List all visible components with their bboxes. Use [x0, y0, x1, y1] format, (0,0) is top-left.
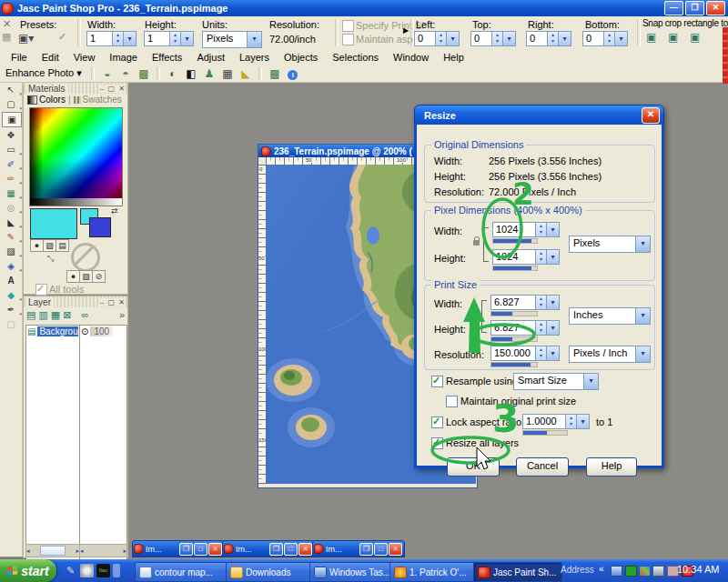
menu-image[interactable]: Image: [102, 51, 145, 64]
quicklaunch-cd-icon[interactable]: [80, 564, 94, 577]
print-units-combo[interactable]: Inches▾: [569, 307, 651, 325]
menu-view[interactable]: View: [66, 51, 103, 64]
start-button[interactable]: start: [0, 559, 56, 582]
foreground-color-swatch[interactable]: [30, 208, 77, 239]
layer-name-scrollbar[interactable]: ◂▸: [25, 544, 80, 557]
color-replacer-tool[interactable]: ✏▾: [2, 172, 20, 186]
print-resolution-spin[interactable]: 150.000▴▾▾: [490, 346, 560, 361]
apply-check-icon[interactable]: ✓: [58, 31, 66, 43]
grayscale-strip[interactable]: [29, 198, 123, 206]
quicklaunch-more-icon[interactable]: [113, 564, 120, 577]
pixel-units-combo[interactable]: Pixels▾: [569, 236, 651, 253]
minimized-window-2[interactable]: Im... ❐ □ ✕: [222, 540, 315, 557]
resize-all-layers-checkbox[interactable]: [431, 437, 443, 449]
crop-tool[interactable]: ▣: [2, 112, 22, 127]
dropper-tool[interactable]: ✐▾: [2, 157, 20, 171]
saturation-icon[interactable]: ♟: [201, 66, 217, 81]
tray-green-app-icon[interactable]: [625, 566, 637, 577]
quicklaunch-brush-icon[interactable]: ✎: [64, 564, 77, 577]
swap-styles-icon[interactable]: ⤡: [47, 254, 54, 264]
quicklaunch-flac-icon[interactable]: flac: [96, 564, 110, 577]
toolbar-close-icon[interactable]: ✕: [3, 18, 11, 30]
pixel-height-spin[interactable]: 1024▴▾▾: [492, 249, 560, 265]
cancel-button[interactable]: Cancel: [516, 457, 569, 477]
resample-checkbox[interactable]: [431, 376, 443, 387]
bg-style-null-button[interactable]: ⊘: [92, 270, 106, 283]
new-layer-icon[interactable]: ▤: [26, 309, 35, 321]
swatches-tab[interactable]: Swatches: [83, 95, 122, 105]
maintain-aspect-checkbox[interactable]: [342, 34, 354, 45]
auto-balance-icon[interactable]: ◓: [117, 66, 134, 81]
object-selector-tool[interactable]: ▢: [2, 317, 20, 331]
enhance-photo-button[interactable]: Enhance Photo ▾: [0, 67, 87, 79]
eraser-tool[interactable]: ▨▾: [2, 245, 20, 258]
resize-dialog-close-button[interactable]: ✕: [642, 107, 660, 124]
fg-style-gradient-button[interactable]: ▨: [43, 239, 56, 252]
lens-tool[interactable]: ◎▾: [2, 201, 20, 215]
one-step-fix-icon[interactable]: ◒: [99, 66, 116, 81]
tray-color-app-icon[interactable]: [640, 567, 650, 576]
print-width-spin[interactable]: 6.827▴▾▾: [490, 295, 560, 310]
maximize-icon[interactable]: □: [374, 543, 388, 556]
bg-style-color-button[interactable]: ●: [66, 270, 80, 283]
maximize-icon[interactable]: □: [194, 543, 207, 556]
capture-tool[interactable]: ▦▾: [2, 186, 20, 200]
menu-selections[interactable]: Selections: [325, 51, 386, 64]
layer-visibility-icon[interactable]: ⊙: [81, 326, 88, 336]
materials-window-buttons[interactable]: – ▢ ✕: [100, 85, 126, 93]
menu-edit[interactable]: Edit: [35, 51, 66, 64]
specify-print-checkbox[interactable]: [342, 20, 354, 32]
layer-props-row[interactable]: ⊙ 100: [80, 326, 126, 337]
snap-canvas-icon[interactable]: ▣: [668, 31, 678, 44]
resample-combo[interactable]: Smart Size▾: [513, 373, 599, 390]
contrast-tool[interactable]: ◣▾: [2, 216, 20, 229]
print-height-spin[interactable]: 6.827▴▾▾: [490, 320, 560, 336]
ok-button[interactable]: OK: [447, 457, 500, 477]
brush-tool[interactable]: ✎▾: [2, 230, 20, 244]
restore-button[interactable]: ❐: [685, 1, 704, 15]
menu-layers[interactable]: Layers: [232, 51, 277, 64]
move-tool[interactable]: ✥: [2, 128, 20, 142]
address-toolbar-label[interactable]: Address: [561, 565, 594, 575]
restore-icon[interactable]: ❐: [269, 543, 283, 556]
delete-layer-icon[interactable]: ▦: [51, 309, 60, 321]
restore-icon[interactable]: ❐: [179, 543, 193, 556]
color-picker-map[interactable]: [29, 107, 123, 200]
lock-aspect-checkbox[interactable]: [431, 416, 443, 428]
presets-icon[interactable]: ▣▾: [18, 32, 34, 45]
menu-objects[interactable]: Objects: [277, 51, 325, 64]
close-icon[interactable]: ✕: [389, 543, 402, 556]
taskbar-button-patrick[interactable]: 1. Patrick O'...: [389, 562, 479, 582]
right-spin[interactable]: 0▴▾▾: [526, 31, 571, 46]
new-mask-icon[interactable]: ▥: [38, 309, 47, 321]
tray-display-icon[interactable]: [611, 566, 622, 577]
maximize-icon[interactable]: □: [284, 543, 298, 556]
help-button[interactable]: Help: [586, 457, 637, 477]
preset-shape-tool[interactable]: ◆▾: [2, 288, 20, 302]
all-tools-checkbox[interactable]: [35, 284, 47, 296]
pixel-width-spin[interactable]: 1024▴▾▾: [492, 222, 560, 237]
layer-header[interactable]: Layer – ▢ ✕: [24, 296, 127, 307]
snap-merged-icon[interactable]: ▣: [690, 31, 700, 44]
lock-aspect-spin[interactable]: 1.0000▴▾▾: [522, 414, 590, 429]
close-icon[interactable]: ✕: [298, 543, 312, 556]
backlight-icon[interactable]: ◐: [165, 66, 181, 81]
snap-layer-icon[interactable]: ▣: [646, 31, 656, 44]
menu-file[interactable]: File: [4, 51, 35, 64]
restore-icon[interactable]: ❐: [359, 543, 373, 556]
minimized-window-3[interactable]: Im... ❐ □ ✕: [312, 540, 405, 557]
taskbar-button-downloads[interactable]: Downloads: [226, 562, 315, 582]
layer-props-scrollbar[interactable]: ◂▸: [79, 544, 127, 557]
maintain-print-checkbox[interactable]: [446, 396, 458, 407]
ramp-icon[interactable]: ◣: [238, 66, 254, 81]
swap-colors-icon[interactable]: ⇄: [111, 206, 118, 216]
left-spin[interactable]: 0▴▾▾: [414, 31, 460, 46]
materials-header[interactable]: Materials – ▢ ✕: [24, 83, 127, 94]
pan-tool[interactable]: ↖▾: [2, 83, 20, 96]
menu-help[interactable]: Help: [436, 51, 471, 64]
print-resolution-units-combo[interactable]: Pixels / Inch▾: [569, 346, 651, 363]
minimize-button[interactable]: —: [664, 1, 683, 15]
landscape-fix-icon[interactable]: ▩: [136, 66, 152, 81]
close-icon[interactable]: ✕: [208, 543, 222, 556]
colors-tab[interactable]: Colors: [39, 95, 66, 105]
